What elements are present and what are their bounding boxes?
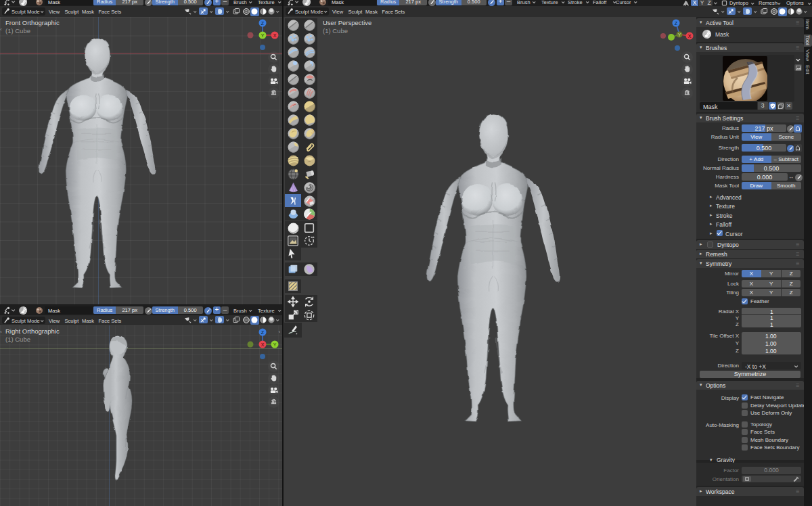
svg-text:Z: Z [261,330,265,335]
svg-text:Y: Y [678,32,681,37]
svg-text:Y: Y [273,342,277,347]
svg-text:X: X [273,33,277,38]
svg-text:Z: Z [675,21,678,26]
svg-text:Z: Z [261,21,265,26]
svg-text:X: X [261,342,265,347]
svg-text:Y: Y [261,33,265,38]
svg-text:X: X [688,34,692,39]
